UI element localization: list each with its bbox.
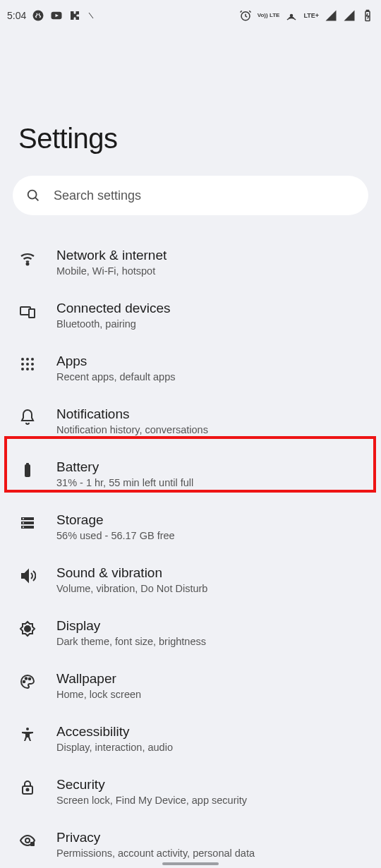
status-time: 5:04	[7, 10, 26, 21]
svg-point-6	[28, 191, 37, 199]
lock-icon	[18, 778, 37, 797]
svg-point-32	[26, 728, 29, 730]
lte-plus-label: LTE+	[303, 13, 319, 18]
svg-point-30	[25, 677, 28, 680]
item-apps[interactable]: Apps Recent apps, default apps	[0, 341, 381, 394]
item-devices[interactable]: Connected devices Bluetooth, pairing	[0, 288, 381, 341]
item-sub: Permissions, account activity, personal …	[56, 848, 255, 859]
item-sub: 56% used - 56.17 GB free	[56, 530, 175, 541]
apps-icon	[18, 355, 37, 373]
hotspot-icon	[285, 9, 298, 22]
svg-point-35	[25, 838, 30, 843]
svg-point-15	[26, 363, 29, 366]
privacy-icon	[18, 831, 37, 850]
item-sub: Dark theme, font size, brightness	[56, 636, 206, 647]
svg-point-25	[23, 518, 24, 519]
item-sound[interactable]: Sound & vibration Volume, vibration, Do …	[0, 553, 381, 605]
svg-point-12	[26, 358, 29, 361]
brightness-icon	[18, 620, 37, 638]
item-sub: Home, lock screen	[56, 689, 141, 700]
svg-point-7	[27, 263, 29, 265]
svg-rect-21	[26, 463, 29, 465]
svg-point-27	[23, 526, 24, 528]
item-display[interactable]: Display Dark theme, font size, brightnes…	[0, 605, 381, 658]
item-title: Apps	[56, 354, 175, 369]
alarm-icon	[239, 9, 252, 22]
item-wallpaper[interactable]: Wallpaper Home, lock screen	[0, 658, 381, 711]
item-sub: Screen lock, Find My Device, app securit…	[56, 795, 247, 806]
svg-point-3	[291, 15, 293, 17]
svg-rect-20	[25, 464, 30, 477]
status-bar: 5:04 Vo)) LTE LTE+	[0, 0, 381, 31]
sound-icon	[18, 567, 37, 585]
item-sub: Bluetooth, pairing	[56, 318, 171, 330]
svg-point-0	[33, 11, 44, 21]
item-title: Network & internet	[56, 248, 167, 263]
svg-point-17	[21, 368, 24, 370]
signal-icon-1	[325, 9, 337, 22]
item-title: Notifications	[56, 406, 208, 422]
carat-icon	[87, 9, 95, 22]
shazam-icon	[32, 9, 44, 22]
item-notifications[interactable]: Notifications Notification history, conv…	[0, 394, 381, 447]
wifi-icon	[18, 249, 37, 267]
item-sub: 31% - 1 hr, 55 min left until full	[56, 477, 193, 488]
item-title: Privacy	[56, 830, 255, 845]
bell-icon	[18, 408, 37, 426]
search-container	[0, 176, 381, 235]
storage-icon	[18, 514, 37, 532]
svg-point-26	[23, 522, 24, 524]
volte-label: Vo)) LTE	[258, 13, 280, 18]
item-title: Connected devices	[56, 301, 171, 316]
battery-icon	[18, 461, 37, 479]
item-title: Security	[56, 777, 247, 792]
battery-status-icon	[361, 9, 374, 22]
svg-point-18	[26, 368, 29, 370]
svg-rect-9	[29, 309, 35, 318]
nav-handle[interactable]	[162, 862, 219, 865]
svg-point-28	[25, 626, 30, 632]
item-battery[interactable]: Battery 31% - 1 hr, 55 min left until fu…	[0, 447, 381, 500]
search-bar[interactable]	[13, 176, 368, 215]
item-title: Battery	[56, 459, 193, 475]
item-sub: Display, interaction, audio	[56, 742, 173, 753]
youtube-icon	[50, 9, 63, 22]
svg-point-34	[27, 789, 29, 791]
status-left: 5:04	[7, 9, 95, 22]
signal-icon-2	[343, 9, 356, 22]
item-storage[interactable]: Storage 56% used - 56.17 GB free	[0, 500, 381, 553]
accessibility-icon	[18, 725, 37, 744]
svg-point-19	[31, 368, 34, 370]
item-title: Sound & vibration	[56, 565, 207, 581]
item-sub: Mobile, Wi-Fi, hotspot	[56, 265, 167, 277]
item-sub: Volume, vibration, Do Not Disturb	[56, 583, 207, 594]
item-privacy[interactable]: Privacy Permissions, account activity, p…	[0, 817, 381, 868]
palette-icon	[18, 673, 37, 691]
item-sub: Notification history, conversations	[56, 424, 208, 435]
svg-rect-5	[367, 11, 369, 12]
svg-point-11	[21, 358, 24, 361]
puzzle-icon	[68, 9, 81, 22]
item-sub: Recent apps, default apps	[56, 371, 175, 382]
devices-icon	[18, 302, 37, 320]
svg-point-13	[31, 358, 34, 361]
item-security[interactable]: Security Screen lock, Find My Device, ap…	[0, 764, 381, 817]
item-accessibility[interactable]: Accessibility Display, interaction, audi…	[0, 711, 381, 764]
svg-point-29	[23, 681, 25, 683]
svg-point-31	[29, 678, 31, 680]
settings-list: Network & internet Mobile, Wi-Fi, hotspo…	[0, 235, 381, 868]
search-input[interactable]	[54, 188, 356, 203]
status-right: Vo)) LTE LTE+	[239, 9, 374, 22]
item-title: Accessibility	[56, 724, 173, 740]
svg-point-16	[31, 363, 34, 366]
item-title: Storage	[56, 512, 175, 528]
svg-point-14	[21, 363, 24, 366]
item-title: Wallpaper	[56, 671, 141, 687]
page-title: Settings	[0, 31, 381, 176]
item-network[interactable]: Network & internet Mobile, Wi-Fi, hotspo…	[0, 235, 381, 288]
item-title: Display	[56, 618, 206, 634]
search-icon	[25, 188, 41, 203]
svg-rect-36	[30, 842, 35, 846]
